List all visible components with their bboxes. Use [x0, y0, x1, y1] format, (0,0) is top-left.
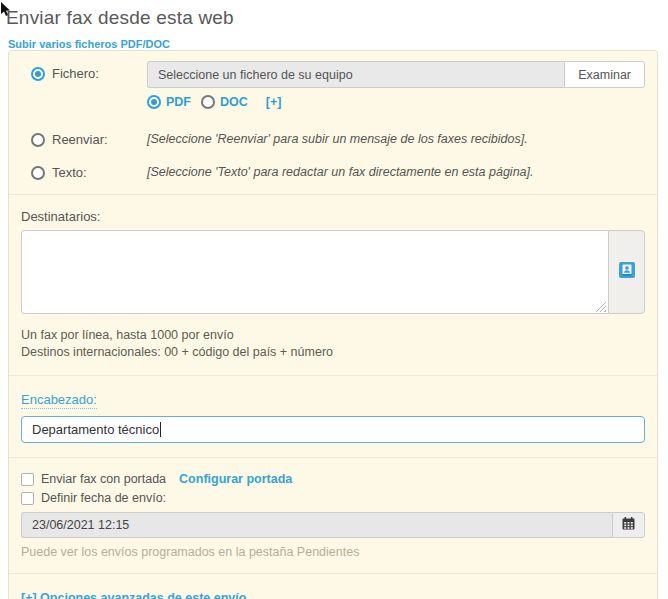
- fichero-label: Fichero:: [52, 66, 99, 81]
- recipients-help-line1: Un fax por línea, hasta 1000 por envío: [21, 327, 645, 344]
- recipients-help: Un fax por línea, hasta 1000 por envío D…: [21, 327, 645, 361]
- source-reenviar-row: Reenviar: [Seleccione 'Reenviar' para su…: [21, 127, 645, 147]
- browse-button[interactable]: Examinar: [564, 61, 645, 88]
- texto-hint: [Seleccione 'Texto' para redactar un fax…: [147, 160, 534, 179]
- doc-radio[interactable]: [201, 95, 215, 109]
- divider: [9, 194, 657, 195]
- divider: [9, 573, 657, 574]
- source-fichero-row: Fichero: Seleccione un fichero de su equ…: [21, 61, 645, 109]
- divider: [9, 375, 657, 376]
- fax-form-panel: Fichero: Seleccione un fichero de su equ…: [8, 50, 658, 599]
- file-input[interactable]: Seleccione un fichero de su equipo: [147, 61, 564, 88]
- divider: [9, 457, 657, 458]
- address-book-icon: [619, 262, 635, 282]
- recipients-textarea[interactable]: [21, 230, 608, 314]
- file-input-group: Seleccione un fichero de su equipo Exami…: [147, 61, 645, 88]
- schedule-checkbox[interactable]: [21, 492, 34, 505]
- cover-checkbox[interactable]: [21, 473, 34, 486]
- pdf-radio[interactable]: [147, 95, 161, 109]
- doc-label[interactable]: DOC: [220, 95, 248, 109]
- upload-multiple-files-link[interactable]: Subir varios ficheros PDF/DOC: [8, 38, 170, 50]
- cover-option-row: Enviar fax con portada Configurar portad…: [21, 472, 645, 486]
- configure-cover-link[interactable]: Configurar portada: [179, 472, 292, 486]
- header-input-value: Departamento técnico: [32, 422, 159, 437]
- text-caret: [160, 422, 161, 437]
- fichero-radio[interactable]: [31, 67, 45, 81]
- schedule-note: Puede ver los envíos programados en la p…: [21, 545, 645, 559]
- advanced-options-link[interactable]: [+] Opciones avanzadas de este envío: [21, 591, 246, 599]
- calendar-button[interactable]: [612, 512, 645, 538]
- address-book-button[interactable]: [608, 230, 645, 314]
- more-filetypes-link[interactable]: [+]: [266, 95, 282, 109]
- page-title: Enviar fax desde esta web: [6, 7, 668, 29]
- schedule-label: Definir fecha de envío:: [41, 491, 166, 505]
- calendar-icon: [622, 516, 635, 534]
- schedule-date-input[interactable]: 23/06/2021 12:15: [21, 512, 612, 538]
- pdf-label[interactable]: PDF: [166, 95, 191, 109]
- cover-label: Enviar fax con portada: [41, 472, 166, 486]
- schedule-date-group: 23/06/2021 12:15: [21, 512, 645, 538]
- source-texto-row: Texto: [Seleccione 'Texto' para redactar…: [21, 160, 645, 180]
- schedule-option-row: Definir fecha de envío:: [21, 491, 645, 505]
- texto-label: Texto:: [52, 165, 87, 180]
- reenviar-radio[interactable]: [31, 133, 45, 147]
- recipients-label: Destinatarios:: [21, 209, 645, 224]
- recipients-group: [21, 230, 645, 314]
- filetype-row: PDF DOC [+]: [147, 95, 645, 109]
- texto-radio[interactable]: [31, 166, 45, 180]
- recipients-help-line2: Destinos internacionales: 00 + código de…: [21, 344, 645, 361]
- header-label-link[interactable]: Encabezado:: [21, 392, 97, 409]
- reenviar-hint: [Seleccione 'Reenviar' para subir un men…: [147, 127, 528, 146]
- reenviar-label: Reenviar:: [52, 132, 108, 147]
- mouse-cursor-icon: [0, 2, 11, 21]
- header-input[interactable]: Departamento técnico: [21, 416, 645, 443]
